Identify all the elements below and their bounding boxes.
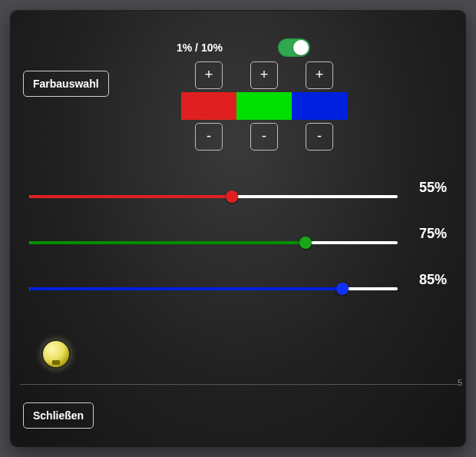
blue-plus-button[interactable]: + xyxy=(306,61,333,89)
header: 1% / 10% xyxy=(11,11,465,57)
blue-slider[interactable] xyxy=(29,287,398,290)
blue-slider-fill xyxy=(29,287,342,290)
red-value-label: 55% xyxy=(419,180,447,196)
blue-swatch xyxy=(292,92,347,120)
blue-slider-row: 85% xyxy=(29,269,447,315)
green-swatch xyxy=(236,92,292,120)
footer-tick: 5 xyxy=(458,378,462,387)
blue-value-label: 85% xyxy=(419,272,447,288)
red-slider-fill xyxy=(29,195,232,198)
color-picker-button[interactable]: Farbauswahl xyxy=(23,71,109,97)
green-slider-fill xyxy=(29,241,306,244)
blue-minus-button[interactable]: - xyxy=(306,123,333,151)
green-slider[interactable] xyxy=(29,241,398,244)
green-value-label: 75% xyxy=(419,226,447,242)
toggle-knob xyxy=(293,40,309,55)
red-plus-button[interactable]: + xyxy=(195,61,223,89)
red-minus-button[interactable]: - xyxy=(195,123,223,151)
rgb-adjust-grid: + + + - - - xyxy=(181,58,349,154)
footer-divider xyxy=(20,384,458,385)
close-button[interactable]: Schließen xyxy=(23,402,94,429)
green-minus-button[interactable]: - xyxy=(250,123,278,151)
green-slider-row: 75% xyxy=(29,223,447,269)
red-slider-row: 55% xyxy=(29,177,447,223)
sliders: 55% 75% 85% xyxy=(29,177,447,315)
color-panel: 1% / 10% Farbauswahl + + + - - - 55% xyxy=(11,11,465,446)
red-slider-thumb[interactable] xyxy=(226,190,238,203)
step-label: 1% / 10% xyxy=(177,41,223,54)
red-swatch xyxy=(181,92,236,120)
red-slider[interactable] xyxy=(29,195,398,198)
blue-slider-thumb[interactable] xyxy=(336,283,349,295)
step-toggle[interactable] xyxy=(278,38,310,57)
green-plus-button[interactable]: + xyxy=(250,61,278,89)
green-slider-thumb[interactable] xyxy=(299,237,312,249)
lightbulb-icon[interactable] xyxy=(43,341,69,367)
